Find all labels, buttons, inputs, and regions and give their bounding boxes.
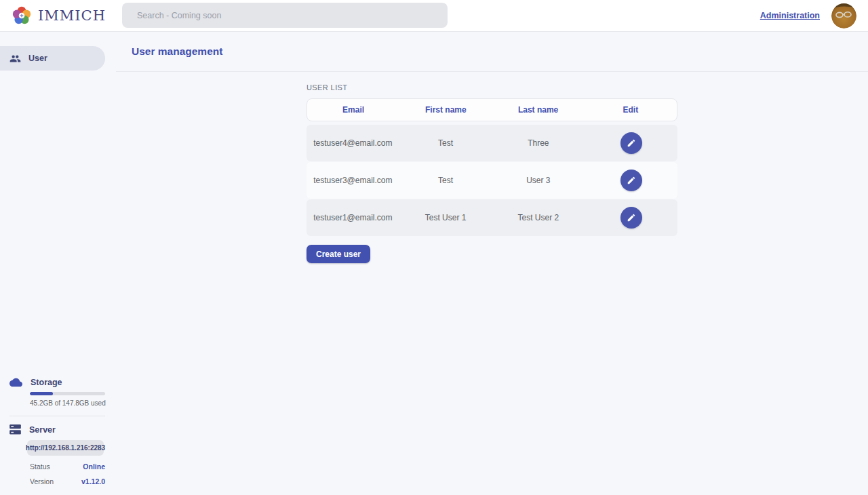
- server-version-row: Version v1.12.0: [30, 477, 105, 486]
- status-value: Online: [83, 462, 105, 471]
- table-header-row: Email First name Last name Edit: [307, 98, 677, 121]
- column-header-email: Email: [307, 105, 399, 115]
- sidebar-item-user-label: User: [28, 54, 47, 63]
- storage-progress-bar: [30, 392, 105, 395]
- user-list-label: USER LIST: [307, 83, 868, 92]
- user-email-cell: testuser4@email.com: [307, 138, 399, 148]
- search-input[interactable]: [122, 3, 448, 28]
- cloud-icon: [9, 378, 22, 387]
- status-label: Status: [30, 462, 50, 471]
- storage-usage-text: 45.2GB of 147.8GB used: [30, 399, 116, 407]
- brand-wordmark: IMMICH: [38, 7, 106, 24]
- page-header: User management: [116, 32, 868, 72]
- top-header: IMMICH Administration: [0, 0, 868, 32]
- edit-user-button[interactable]: [620, 132, 642, 154]
- page-title: User management: [132, 45, 222, 58]
- immich-logo[interactable]: IMMICH: [0, 5, 106, 26]
- user-firstname-cell: Test User 1: [399, 213, 492, 222]
- storage-title: Storage: [31, 378, 62, 387]
- user-email-cell: testuser3@email.com: [307, 176, 399, 185]
- column-header-firstname: First name: [399, 105, 492, 115]
- user-lastname-cell: Test User 2: [492, 213, 585, 222]
- main-panel: User management USER LIST Email First na…: [116, 32, 868, 495]
- user-table: Email First name Last name Edit testuser…: [307, 98, 677, 236]
- table-row: testuser4@email.com Test Three: [307, 125, 677, 161]
- server-title: Server: [29, 425, 56, 435]
- edit-user-button[interactable]: [620, 207, 642, 229]
- user-email-cell: testuser1@email.com: [307, 213, 399, 222]
- version-label: Version: [30, 477, 54, 486]
- edit-user-button[interactable]: [620, 170, 642, 191]
- table-row: testuser1@email.com Test User 1 Test Use…: [307, 199, 677, 236]
- server-url: http://192.168.1.216:2283: [26, 444, 105, 452]
- server-url-chip: http://192.168.1.216:2283: [27, 440, 104, 456]
- sidebar-divider: [9, 416, 105, 416]
- user-lastname-cell: User 3: [492, 176, 585, 185]
- create-user-button[interactable]: Create user: [307, 245, 370, 263]
- user-avatar[interactable]: [831, 3, 856, 28]
- administration-link[interactable]: Administration: [760, 11, 820, 20]
- table-row: testuser3@email.com Test User 3: [307, 162, 677, 199]
- user-firstname-cell: Test: [399, 138, 492, 148]
- server-icon: [9, 424, 21, 435]
- server-status-row: Status Online: [30, 462, 105, 471]
- immich-flower-icon: [11, 5, 33, 26]
- column-header-edit: Edit: [585, 105, 677, 115]
- user-firstname-cell: Test: [399, 176, 492, 185]
- version-value: v1.12.0: [81, 477, 105, 486]
- sidebar-item-user[interactable]: User: [0, 46, 105, 71]
- users-icon: [9, 53, 21, 64]
- sidebar: User Storage 45.2GB of 147.8GB used: [0, 32, 116, 495]
- storage-progress-fill: [30, 392, 53, 395]
- column-header-lastname: Last name: [492, 105, 585, 115]
- user-lastname-cell: Three: [492, 138, 585, 148]
